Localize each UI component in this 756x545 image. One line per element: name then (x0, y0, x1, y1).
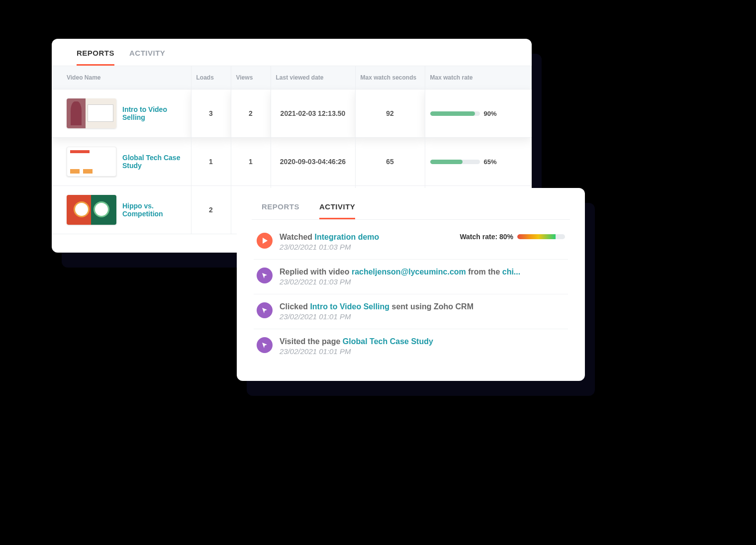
activity-item-visited: Visited the page Global Tech Case Study … (254, 329, 568, 363)
watch-rate-progress: 90% (430, 110, 527, 117)
svg-marker-0 (263, 238, 268, 244)
activity-panel: REPORTS ACTIVITY Watched Integration dem… (237, 188, 585, 381)
cell-views: 1 (231, 138, 271, 186)
video-thumbnail (67, 98, 116, 128)
cell-max-seconds: 92 (355, 90, 425, 138)
reports-tabs: REPORTS ACTIVITY (52, 39, 532, 66)
activity-prefix: Visited the page (280, 337, 340, 346)
cell-max-seconds: 65 (355, 138, 425, 186)
activity-timestamp: 23/02/2021 01:01 PM (280, 347, 565, 356)
video-name-link[interactable]: Hippo vs. Competition (122, 202, 186, 218)
activity-timestamp: 23/02/2021 01:03 PM (280, 277, 565, 286)
video-name-link[interactable]: Global Tech Case Study (122, 154, 186, 170)
activity-list: Watched Integration demo 23/02/2021 01:0… (252, 220, 570, 368)
gradient-fill (517, 234, 556, 239)
watch-rate-indicator: Watch rate: 80% (460, 233, 565, 241)
activity-link[interactable]: Integration demo (315, 233, 379, 241)
activity-item-replied: Replied with video racheljenson@lyceumin… (254, 260, 568, 294)
cell-loads: 2 (191, 186, 231, 234)
watch-rate-label: 90% (484, 110, 497, 117)
col-loads: Loads (191, 66, 231, 90)
tab-reports[interactable]: REPORTS (262, 202, 299, 219)
video-thumbnail (67, 147, 116, 177)
cell-loads: 3 (191, 90, 231, 138)
play-icon (257, 233, 273, 249)
cell-last-viewed: 2021-02-03 12:13.50 (271, 90, 355, 138)
activity-tabs: REPORTS ACTIVITY (252, 200, 570, 220)
col-last-viewed: Last viewed date (271, 66, 355, 90)
activity-prefix: Clicked (280, 302, 308, 311)
activity-mid: from the (468, 268, 502, 276)
cursor-icon (257, 268, 273, 283)
cell-loads: 1 (191, 138, 231, 186)
cell-last-viewed: 2020-09-03-04:46:26 (271, 138, 355, 186)
table-row[interactable]: Global Tech Case Study 1 1 2020-09-03-04… (52, 138, 532, 186)
activity-timestamp: 23/02/2021 01:01 PM (280, 312, 565, 321)
activity-link-2[interactable]: chi... (502, 268, 520, 276)
tab-reports[interactable]: REPORTS (77, 49, 114, 66)
table-row[interactable]: Intro to Video Selling 3 2 2021-02-03 12… (52, 90, 532, 138)
progress-fill (430, 111, 475, 116)
activity-link[interactable]: Global Tech Case Study (343, 337, 433, 346)
cursor-icon (257, 302, 273, 318)
watch-rate-label: 65% (484, 158, 497, 166)
activity-suffix: sent using Zoho CRM (392, 302, 473, 311)
activity-link[interactable]: racheljenson@lyceuminc.com (352, 268, 466, 276)
activity-item-watched: Watched Integration demo 23/02/2021 01:0… (254, 225, 568, 260)
col-max-rate: Max watch rate (425, 66, 532, 90)
cell-views: 2 (231, 90, 271, 138)
tab-activity[interactable]: ACTIVITY (319, 202, 355, 219)
col-max-seconds: Max watch seconds (355, 66, 425, 90)
cursor-icon (257, 337, 273, 353)
tab-activity[interactable]: ACTIVITY (129, 49, 165, 66)
activity-link[interactable]: Intro to Video Selling (310, 302, 389, 311)
activity-timestamp: 23/02/2021 01:03 PM (280, 243, 453, 251)
video-thumbnail (67, 195, 116, 225)
activity-item-clicked: Clicked Intro to Video Selling sent usin… (254, 294, 568, 329)
progress-fill (430, 160, 463, 164)
watch-rate-progress: 65% (430, 158, 527, 166)
watch-rate-text: Watch rate: 80% (460, 233, 513, 241)
video-name-link[interactable]: Intro to Video Selling (122, 105, 186, 121)
activity-prefix: Watched (280, 233, 312, 241)
activity-prefix: Replied with video (280, 268, 349, 276)
col-views: Views (231, 66, 271, 90)
col-video-name: Video Name (52, 66, 191, 90)
